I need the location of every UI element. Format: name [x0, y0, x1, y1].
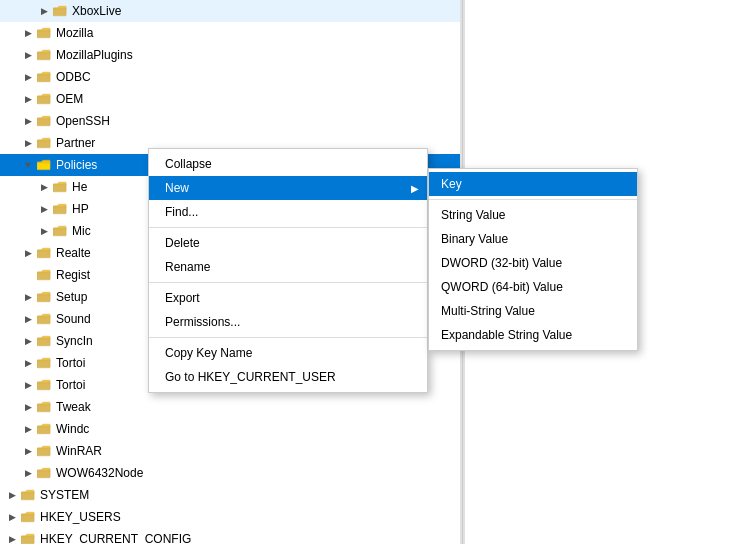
expand-icon[interactable]: ▶ [20, 135, 36, 151]
tree-item[interactable]: ▶ HKEY_USERS [0, 506, 460, 528]
svg-rect-7 [37, 162, 50, 170]
submenu-item[interactable]: QWORD (64-bit) Value [429, 275, 637, 299]
folder-icon [36, 245, 52, 261]
expand-icon[interactable]: ▶ [4, 509, 20, 525]
context-menu-item[interactable]: Collapse [149, 152, 427, 176]
expand-icon[interactable]: ▶ [20, 289, 36, 305]
submenu-item[interactable]: Key [429, 172, 637, 196]
expand-icon[interactable]: ▼ [20, 157, 36, 173]
tree-item[interactable]: ▶ Mozilla [0, 22, 460, 44]
tree-item-label: HKEY_USERS [40, 510, 121, 524]
folder-icon [36, 399, 52, 415]
svg-rect-15 [37, 338, 50, 346]
tree-item[interactable]: ▶ XboxLive [0, 0, 460, 22]
svg-rect-0 [53, 8, 66, 16]
tree-item[interactable]: ▶ MozillaPlugins [0, 44, 460, 66]
tree-item[interactable]: ▶ OpenSSH [0, 110, 460, 132]
menu-separator [149, 337, 427, 338]
expand-icon[interactable]: ▶ [20, 333, 36, 349]
expand-icon[interactable]: ▶ [20, 311, 36, 327]
context-menu-item[interactable]: Copy Key Name [149, 341, 427, 365]
context-menu-item[interactable]: Go to HKEY_CURRENT_USER [149, 365, 427, 389]
folder-icon [36, 465, 52, 481]
tree-item-label: Partner [56, 136, 95, 150]
svg-rect-17 [37, 382, 50, 390]
tree-item-label: SYSTEM [40, 488, 89, 502]
expand-icon[interactable]: ▶ [4, 531, 20, 544]
folder-icon [36, 289, 52, 305]
tree-item-label: MozillaPlugins [56, 48, 133, 62]
svg-rect-19 [37, 426, 50, 434]
svg-rect-6 [37, 140, 50, 148]
folder-icon [20, 531, 36, 544]
tree-item[interactable]: ▶ Windc [0, 418, 460, 440]
folder-icon [20, 509, 36, 525]
tree-item-label: Sound [56, 312, 91, 326]
submenu-arrow-icon: ▶ [411, 183, 419, 194]
expand-icon[interactable]: ▶ [20, 421, 36, 437]
svg-rect-24 [21, 536, 34, 544]
expand-icon[interactable]: ▶ [20, 47, 36, 63]
expand-icon[interactable]: ▶ [4, 487, 20, 503]
expand-icon[interactable]: ▶ [20, 465, 36, 481]
svg-rect-14 [37, 316, 50, 324]
context-menu-item[interactable]: Export [149, 286, 427, 310]
svg-rect-21 [37, 470, 50, 478]
expand-icon[interactable]: ▶ [36, 201, 52, 217]
tree-item-label: ODBC [56, 70, 91, 84]
tree-item[interactable]: ▶ ODBC [0, 66, 460, 88]
svg-rect-8 [53, 184, 66, 192]
tree-item-label: Tweak [56, 400, 91, 414]
menu-separator [149, 227, 427, 228]
folder-icon [36, 355, 52, 371]
context-menu-item[interactable]: Find... [149, 200, 427, 224]
submenu-item[interactable]: Multi-String Value [429, 299, 637, 323]
tree-item-label: XboxLive [72, 4, 121, 18]
submenu-item[interactable]: String Value [429, 203, 637, 227]
tree-item-label: OEM [56, 92, 83, 106]
submenu-item[interactable]: DWORD (32-bit) Value [429, 251, 637, 275]
submenu-item[interactable]: Binary Value [429, 227, 637, 251]
expand-icon[interactable]: ▶ [36, 223, 52, 239]
tree-item[interactable]: ▶ Tweak [0, 396, 460, 418]
expand-icon[interactable]: ▶ [20, 399, 36, 415]
expand-icon[interactable]: ▶ [20, 377, 36, 393]
folder-icon [36, 25, 52, 41]
tree-item-label: Setup [56, 290, 87, 304]
expand-icon[interactable]: ▶ [36, 3, 52, 19]
tree-item-label: OpenSSH [56, 114, 110, 128]
svg-rect-23 [21, 514, 34, 522]
expand-icon[interactable]: ▶ [20, 25, 36, 41]
context-menu-item[interactable]: New▶ [149, 176, 427, 200]
expand-icon[interactable]: ▶ [20, 113, 36, 129]
context-menu-item[interactable]: Delete [149, 231, 427, 255]
submenu-separator [429, 199, 637, 200]
folder-icon [36, 267, 52, 283]
expand-icon[interactable]: ▶ [20, 245, 36, 261]
svg-rect-9 [53, 206, 66, 214]
folder-icon [36, 113, 52, 129]
folder-icon [36, 157, 52, 173]
expand-icon[interactable]: ▶ [20, 69, 36, 85]
expand-icon[interactable]: ▶ [20, 443, 36, 459]
submenu-item[interactable]: Expandable String Value [429, 323, 637, 347]
expand-icon[interactable]: ▶ [20, 91, 36, 107]
expand-icon[interactable]: ▶ [20, 355, 36, 371]
folder-icon [20, 487, 36, 503]
svg-rect-11 [37, 250, 50, 258]
svg-rect-5 [37, 118, 50, 126]
tree-item[interactable]: ▶ OEM [0, 88, 460, 110]
tree-item-label: Tortoi [56, 356, 85, 370]
tree-item[interactable]: ▶ HKEY_CURRENT_CONFIG [0, 528, 460, 544]
tree-item[interactable]: ▶ SYSTEM [0, 484, 460, 506]
tree-item[interactable]: ▶ WinRAR [0, 440, 460, 462]
context-menu-item[interactable]: Permissions... [149, 310, 427, 334]
tree-item[interactable]: ▶ WOW6432Node [0, 462, 460, 484]
tree-item-label: WOW6432Node [56, 466, 143, 480]
context-menu-item[interactable]: Rename [149, 255, 427, 279]
expand-icon[interactable] [20, 267, 36, 283]
svg-rect-1 [37, 30, 50, 38]
menu-separator [149, 282, 427, 283]
expand-icon[interactable]: ▶ [36, 179, 52, 195]
svg-rect-10 [53, 228, 66, 236]
